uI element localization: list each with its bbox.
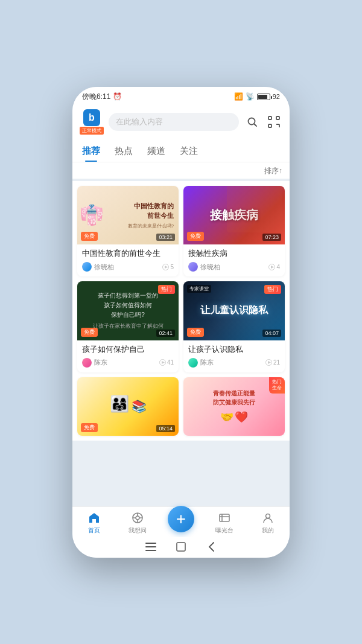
thumbnail-3: 孩子们想得到第一堂的孩子如何值得如何保护自己吗? 让孩子在家长教育中了解如何 免…	[77, 281, 179, 340]
svg-rect-3	[276, 116, 279, 120]
author-3: 陈东	[82, 358, 107, 368]
nav-ask-label: 我想问	[129, 526, 147, 535]
status-bar: 傍晚6:11 ⏰ 📶 📡 92	[72, 87, 290, 104]
svg-rect-27	[145, 550, 156, 551]
badge-hot-4: 热门	[264, 285, 281, 294]
thumbnail-2: 接触疾病 免费 07:23	[183, 186, 285, 244]
phone-frame: 傍晚6:11 ⏰ 📶 📡 92 b 正常模式 在此输入内容	[72, 87, 290, 558]
header: b 正常模式 在此输入内容	[72, 104, 290, 139]
card-meta-1: 徐晓柏 5	[82, 262, 174, 272]
figure-icon-1: 👘	[80, 203, 104, 226]
card-meta-4: 陈东 21	[188, 358, 280, 368]
video-card-5[interactable]: 👨‍👩‍👧 📚 免费 05:14	[77, 377, 179, 436]
tab-follow[interactable]: 关注	[180, 139, 198, 162]
duration-2: 07:23	[262, 234, 281, 241]
svg-marker-14	[268, 361, 271, 364]
avatar-2	[188, 262, 198, 272]
badge-free-3: 免费	[81, 328, 98, 337]
svg-rect-28	[177, 543, 185, 551]
badge-hot-life-6: 热门生命	[269, 377, 285, 394]
card-title-1: 中国性教育的前世今生	[82, 248, 174, 259]
nav-ask[interactable]: 我想问	[116, 511, 159, 535]
battery-icon	[257, 94, 270, 100]
logo-area[interactable]: b 正常模式	[80, 109, 104, 135]
nav-expose[interactable]: 曝光台	[203, 511, 246, 535]
ask-icon	[130, 511, 145, 525]
logo-badge: 正常模式	[80, 127, 104, 135]
play-count-4: 21	[265, 359, 280, 366]
bottom-nav: 首页 我想问 +	[72, 506, 290, 537]
signal-icon: 📶	[234, 92, 243, 101]
card-title-4: 让孩子认识隐私	[188, 344, 280, 355]
duration-4: 04:07	[262, 330, 281, 337]
status-icons: 📶 📡 92	[234, 92, 280, 101]
add-icon[interactable]: +	[168, 506, 194, 532]
card-meta-2: 徐晓柏 4	[188, 262, 280, 272]
search-input[interactable]: 在此输入内容	[109, 113, 239, 131]
menu-button[interactable]	[145, 541, 157, 553]
author-1: 徐晓柏	[82, 262, 114, 272]
badge-expert-4: 专家课堂	[187, 285, 211, 293]
svg-point-24	[266, 514, 270, 518]
battery-level: 92	[273, 93, 280, 100]
tab-hot[interactable]: 热点	[115, 139, 133, 162]
thumbnail-4: 让儿童认识隐私 专家课堂 免费 热门 04:07	[183, 281, 285, 340]
author-2: 徐晓柏	[188, 262, 220, 272]
scan-icon[interactable]	[265, 113, 282, 130]
duration-5: 05:14	[156, 425, 175, 432]
svg-rect-21	[220, 514, 229, 521]
thumbnail-1: 👘 中国性教育的前世今生 教育的未来是什么吗? 免费 03:21	[77, 186, 179, 244]
video-grid: 👘 中国性教育的前世今生 教育的未来是什么吗? 免费 03:21 中国性教育的前…	[72, 181, 290, 441]
svg-point-16	[136, 516, 139, 520]
system-bar	[72, 537, 290, 558]
svg-rect-25	[145, 543, 156, 544]
svg-rect-2	[268, 116, 272, 120]
tab-recommend[interactable]: 推荐	[82, 139, 100, 162]
badge-hot-3: 热门	[158, 285, 175, 294]
search-icon[interactable]	[244, 113, 261, 130]
sort-bar[interactable]: 排序↑	[72, 162, 290, 179]
nav-home-label: 首页	[88, 526, 100, 535]
video-card-3[interactable]: 孩子们想得到第一堂的孩子如何值得如何保护自己吗? 让孩子在家长教育中了解如何 免…	[77, 281, 179, 372]
content-area: 排序↑ 👘 中国性教育的前世今生 教育的未来是什么吗? 免费 03:21 中国性…	[72, 162, 290, 506]
back-button[interactable]	[205, 541, 217, 553]
play-count-2: 4	[268, 264, 280, 270]
nav-expose-label: 曝光台	[215, 526, 233, 535]
mine-icon	[261, 511, 275, 525]
status-time: 傍晚6:11 ⏰	[82, 92, 122, 102]
video-card-1[interactable]: 👘 中国性教育的前世今生 教育的未来是什么吗? 免费 03:21 中国性教育的前…	[77, 186, 179, 277]
badge-free-5: 免费	[81, 423, 98, 432]
card-info-3: 孩子如何保护自己 陈东 41	[77, 340, 179, 372]
nav-mine-label: 我的	[262, 526, 274, 535]
home-icon	[87, 511, 101, 525]
video-card-4[interactable]: 让儿童认识隐私 专家课堂 免费 热门 04:07 让孩子认识隐私 陈东	[183, 281, 285, 372]
nav-home[interactable]: 首页	[72, 511, 116, 535]
card-meta-3: 陈东 41	[82, 358, 174, 368]
video-card-2[interactable]: 接触疾病 免费 07:23 接触性疾病 徐晓柏	[183, 186, 285, 277]
svg-marker-8	[165, 266, 168, 269]
avatar-3	[82, 358, 92, 368]
card-info-4: 让孩子认识隐私 陈东 21	[183, 340, 285, 372]
nav-mine[interactable]: 我的	[246, 511, 290, 535]
svg-marker-10	[271, 266, 274, 269]
app-logo[interactable]: b	[83, 109, 100, 126]
avatar-1	[82, 262, 92, 272]
tab-channel[interactable]: 频道	[147, 139, 165, 162]
svg-marker-12	[162, 361, 165, 364]
play-count-3: 41	[159, 359, 174, 366]
card-title-3: 孩子如何保护自己	[82, 344, 174, 355]
card-info-1: 中国性教育的前世今生 徐晓柏 5	[77, 244, 179, 276]
thumbnail-5: 👨‍👩‍👧 📚 免费 05:14	[77, 377, 179, 436]
nav-add[interactable]: +	[159, 511, 203, 535]
svg-line-1	[255, 124, 257, 126]
avatar-4	[188, 358, 198, 368]
sort-label[interactable]: 排序↑	[264, 166, 282, 176]
author-4: 陈东	[188, 358, 214, 368]
expose-icon	[217, 511, 232, 525]
svg-rect-26	[145, 546, 156, 547]
header-icons	[244, 113, 282, 130]
wifi-icon: 📡	[246, 92, 255, 101]
video-card-6[interactable]: 青春传递正能量防艾健康我先行 🤝 ❤️ 热门生命	[183, 377, 285, 436]
card-title-2: 接触性疾病	[188, 248, 280, 259]
home-button[interactable]	[175, 541, 187, 553]
